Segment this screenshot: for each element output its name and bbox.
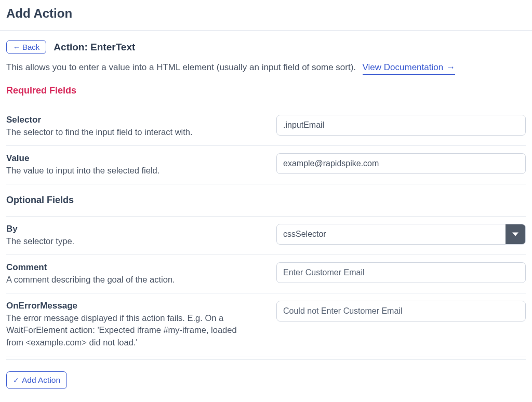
- check-icon: ✓: [13, 376, 19, 384]
- add-action-button-label: Add Action: [22, 376, 60, 385]
- back-button-label: Back: [22, 43, 39, 51]
- field-row-value: Value The value to input into the select…: [6, 146, 526, 184]
- comment-input[interactable]: [276, 262, 526, 283]
- comment-label: Comment: [6, 262, 256, 273]
- by-label: By: [6, 224, 256, 234]
- action-description: This allows you to enter a value into a …: [6, 62, 356, 72]
- value-help: The value to input into the selected fie…: [6, 165, 256, 177]
- page-title: Add Action: [6, 6, 526, 30]
- doc-link-label: View Documentation: [363, 62, 444, 72]
- header-divider: [0, 30, 532, 31]
- selector-help: The selector to find the input field to …: [6, 126, 256, 138]
- value-label: Value: [6, 153, 256, 164]
- field-row-by: By The selector type. cssSelector: [6, 217, 526, 254]
- arrow-left-icon: ←: [13, 44, 20, 51]
- action-header-label: Action: EnterText: [54, 42, 135, 53]
- selector-label: Selector: [6, 115, 256, 125]
- required-fields-title: Required Fields: [6, 85, 526, 96]
- chevron-down-icon[interactable]: [506, 224, 525, 244]
- field-row-selector: Selector The selector to find the input …: [6, 108, 526, 145]
- field-row-comment: Comment A comment describing the goal of…: [6, 255, 526, 293]
- optional-fields-title: Optional Fields: [6, 184, 526, 216]
- action-header-row: ← Back Action: EnterText: [6, 40, 526, 54]
- value-input[interactable]: [276, 153, 526, 174]
- by-select-value[interactable]: cssSelector: [277, 224, 506, 244]
- by-select[interactable]: cssSelector: [276, 224, 526, 245]
- by-help: The selector type.: [6, 235, 256, 247]
- back-button[interactable]: ← Back: [6, 40, 46, 54]
- selector-input[interactable]: [276, 115, 526, 136]
- description-row: This allows you to enter a value into a …: [6, 62, 526, 73]
- view-documentation-link[interactable]: View Documentation→: [363, 62, 456, 75]
- onerror-help: The error message displayed if this acti…: [6, 312, 256, 348]
- onerror-input[interactable]: [276, 301, 526, 321]
- field-row-onerror: OnErrorMessage The error message display…: [6, 293, 526, 355]
- comment-help: A comment describing the goal of the act…: [6, 274, 256, 286]
- arrow-right-icon: →: [446, 62, 455, 72]
- add-action-button[interactable]: ✓ Add Action: [6, 371, 67, 389]
- footer: ✓ Add Action: [6, 359, 526, 389]
- onerror-label: OnErrorMessage: [6, 301, 256, 311]
